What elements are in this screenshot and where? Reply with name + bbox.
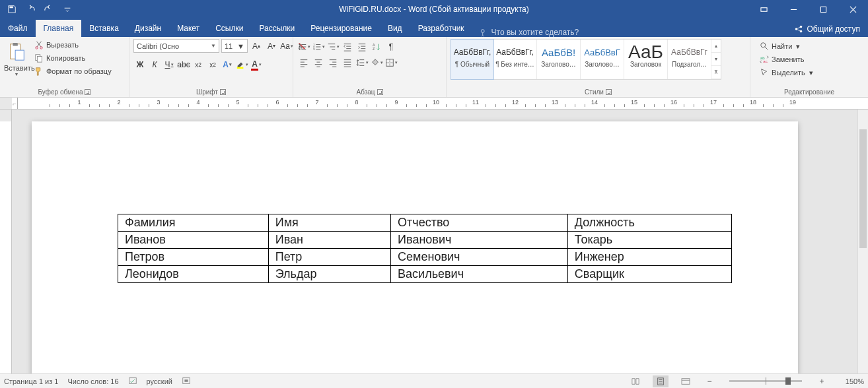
bullets-icon[interactable]: ▾ [297, 40, 310, 53]
italic-icon[interactable]: К [148, 58, 161, 71]
tab-file[interactable]: Файл [0, 20, 36, 37]
document-area[interactable]: ФамилияИмяОтчествоДолжностьИвановИванИва… [12, 110, 868, 373]
table-cell[interactable]: Васильевич [391, 266, 568, 283]
web-layout-icon[interactable] [678, 375, 694, 387]
text-effects-icon[interactable]: A▾ [221, 58, 234, 71]
style-item[interactable]: АаБбВ!Заголово… [537, 40, 581, 79]
document-table[interactable]: ФамилияИмяОтчествоДолжностьИвановИванИва… [118, 214, 732, 283]
minimize-icon[interactable] [779, 0, 809, 18]
subscript-icon[interactable]: x2 [192, 58, 205, 71]
replace-button[interactable]: abacЗаменить [757, 53, 816, 65]
close-icon[interactable] [838, 0, 868, 18]
table-row[interactable]: ИвановИванИвановичТокарь [118, 232, 732, 249]
table-cell[interactable]: Иванович [391, 232, 568, 249]
tell-me-search[interactable]: Что вы хотите сделать? [472, 28, 586, 37]
style-item[interactable]: АаБбВвГг,¶ Без инте… [493, 40, 537, 79]
align-right-icon[interactable] [326, 56, 340, 69]
justify-icon[interactable] [341, 56, 354, 69]
zoom-out-icon[interactable]: − [703, 375, 716, 388]
highlight-icon[interactable]: ▾ [235, 58, 248, 71]
paragraph-dialog-icon[interactable] [377, 89, 383, 95]
table-cell[interactable]: Должность [567, 214, 731, 232]
status-page[interactable]: Страница 1 из 1 [4, 377, 58, 385]
strike-icon[interactable]: abc [177, 58, 190, 71]
status-words[interactable]: Число слов: 16 [67, 377, 118, 385]
table-cell[interactable]: Имя [268, 214, 390, 232]
table-cell[interactable]: Петров [118, 249, 269, 266]
font-size-select[interactable]: 11▼ [221, 39, 248, 53]
table-cell[interactable]: Фамилия [118, 214, 269, 232]
cut-button[interactable]: Вырезать [32, 39, 114, 51]
copy-button[interactable]: Копировать [32, 52, 114, 64]
tab-review[interactable]: Рецензирование [303, 20, 380, 37]
table-cell[interactable]: Отчество [391, 214, 568, 232]
select-button[interactable]: Выделить▾ [757, 67, 816, 79]
borders-icon[interactable]: ▾ [384, 56, 398, 69]
read-mode-icon[interactable] [628, 375, 643, 387]
tab-developer[interactable]: Разработчик [410, 20, 472, 37]
qat-more-icon[interactable] [59, 1, 75, 17]
print-layout-icon[interactable] [653, 375, 669, 387]
table-cell[interactable]: Леонидов [118, 266, 269, 283]
status-proof-icon[interactable] [128, 376, 137, 387]
paste-button[interactable]: Вставить ▼ [4, 39, 29, 77]
gallery-up-icon[interactable]: ▴ [711, 40, 721, 53]
format-painter-button[interactable]: Формат по образцу [32, 65, 114, 77]
change-case-icon[interactable]: Aa▾ [280, 40, 293, 53]
zoom-level[interactable]: 150% [838, 377, 864, 385]
vertical-ruler[interactable] [0, 110, 12, 373]
vertical-scrollbar[interactable] [857, 110, 868, 373]
font-name-select[interactable]: Calibri (Осно▼ [133, 39, 219, 53]
horizontal-ruler[interactable]: ⌐ 12345678910111213141516171819 [0, 98, 868, 110]
style-item[interactable]: АаБбВвГг,¶ Обычный [451, 39, 494, 80]
table-row[interactable]: ЛеонидовЭльдарВасильевичСварщик [118, 266, 732, 283]
table-row[interactable]: ФамилияИмяОтчествоДолжность [118, 214, 732, 232]
tab-layout[interactable]: Макет [169, 20, 207, 37]
grow-font-icon[interactable]: A▴ [250, 40, 263, 53]
underline-icon[interactable]: Ч▾ [163, 58, 176, 71]
clipboard-dialog-icon[interactable] [85, 89, 90, 95]
styles-dialog-icon[interactable] [606, 89, 612, 95]
table-row[interactable]: ПетровПетрСеменовичИнженер [118, 249, 732, 266]
multilevel-icon[interactable]: ▾ [326, 40, 340, 53]
font-color-icon[interactable]: A▾ [250, 58, 263, 71]
numbering-icon[interactable]: 123▾ [312, 40, 325, 53]
styles-gallery[interactable]: АаБбВвГг,¶ ОбычныйАаБбВвГг,¶ Без инте…Аа… [451, 39, 721, 80]
tab-view[interactable]: Вид [380, 20, 410, 37]
share-button[interactable]: Общий доступ [786, 21, 868, 37]
bold-icon[interactable]: Ж [133, 58, 147, 71]
line-spacing-icon[interactable]: ▾ [355, 56, 369, 69]
redo-icon[interactable] [41, 1, 57, 17]
table-cell[interactable]: Эльдар [268, 266, 390, 283]
style-item[interactable]: АаБЗаголовок [624, 40, 668, 79]
style-item[interactable]: АаБбВвГгПодзагол… [668, 40, 711, 79]
font-dialog-icon[interactable] [220, 89, 226, 95]
tab-insert[interactable]: Вставка [81, 20, 127, 37]
indent-inc-icon[interactable] [355, 40, 369, 53]
tab-mailings[interactable]: Рассылки [251, 20, 303, 37]
tab-references[interactable]: Ссылки [207, 20, 251, 37]
shrink-font-icon[interactable]: A▾ [265, 40, 278, 53]
table-cell[interactable]: Токарь [567, 232, 731, 249]
style-item[interactable]: АаБбВвГЗаголово… [581, 40, 624, 79]
status-macro-icon[interactable] [182, 376, 191, 387]
undo-icon[interactable] [22, 1, 38, 17]
tab-design[interactable]: Дизайн [127, 20, 169, 37]
ribbon-display-icon[interactable] [749, 0, 779, 18]
table-cell[interactable]: Сварщик [567, 266, 731, 283]
align-left-icon[interactable] [297, 56, 310, 69]
save-icon[interactable] [4, 1, 20, 17]
zoom-in-icon[interactable]: + [815, 375, 828, 388]
indent-dec-icon[interactable] [341, 40, 354, 53]
table-cell[interactable]: Иван [268, 232, 390, 249]
shading-icon[interactable]: ▾ [370, 56, 383, 69]
show-marks-icon[interactable]: ¶ [384, 40, 398, 53]
table-cell[interactable]: Петр [268, 249, 390, 266]
sort-icon[interactable]: AZ [370, 40, 383, 53]
align-center-icon[interactable] [312, 56, 325, 69]
superscript-icon[interactable]: x2 [206, 58, 219, 71]
gallery-more-icon[interactable]: ⊼ [711, 66, 721, 79]
tab-home[interactable]: Главная [36, 20, 82, 37]
zoom-slider[interactable] [729, 380, 802, 382]
table-cell[interactable]: Семенович [391, 249, 568, 266]
